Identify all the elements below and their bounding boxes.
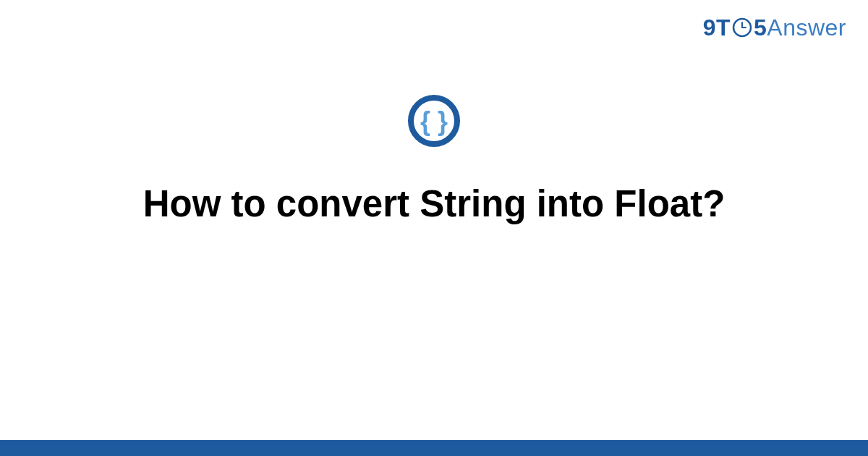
footer-bar bbox=[0, 440, 868, 456]
clock-icon bbox=[731, 17, 753, 38]
logo-text-9t: 9T bbox=[703, 14, 731, 41]
logo-text-answer: Answer bbox=[767, 14, 846, 41]
logo-text-5: 5 bbox=[754, 14, 767, 41]
site-logo: 9T 5 Answer bbox=[703, 14, 846, 41]
svg-text:{ }: { } bbox=[420, 106, 448, 136]
page-title: How to convert String into Float? bbox=[0, 182, 868, 225]
code-braces-icon: { } bbox=[407, 94, 461, 148]
